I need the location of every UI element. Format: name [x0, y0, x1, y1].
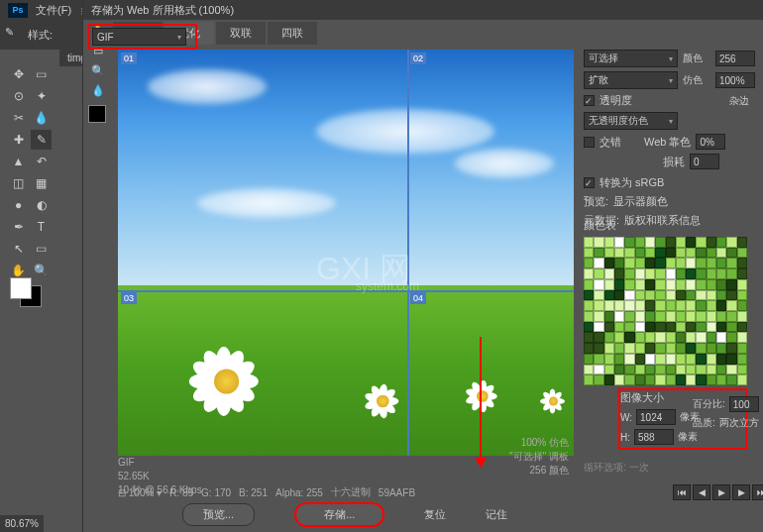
r-value: R: 89 — [169, 487, 193, 498]
interlaced-checkbox[interactable] — [584, 137, 595, 148]
quality-label: 品质: — [693, 416, 715, 430]
matte-label: 杂边 — [729, 94, 757, 108]
pen-tool[interactable]: ✒ — [8, 217, 29, 237]
preview-value[interactable]: 显示器颜色 — [613, 194, 668, 209]
eraser-tool[interactable]: ◫ — [8, 173, 29, 193]
srgb-checkbox[interactable] — [584, 177, 595, 188]
lossy-label: 损耗 — [663, 155, 685, 169]
percent-input[interactable] — [729, 396, 759, 412]
shape-tool[interactable]: ▭ — [31, 239, 52, 259]
color-table-grid[interactable] — [584, 237, 747, 385]
slice-01[interactable]: 01 — [121, 53, 137, 64]
nav-last[interactable]: ⏭ — [752, 484, 763, 500]
dither-pct-input[interactable] — [715, 72, 755, 88]
alpha-value: Alpha: 255 — [275, 487, 323, 498]
color-table-label: 颜色表 — [584, 218, 752, 233]
tab-twoup[interactable]: 双联 — [216, 22, 266, 45]
path-tool[interactable]: ↖ — [8, 239, 29, 259]
dialog-title: 存储为 Web 所用格式 (100%) — [83, 0, 763, 20]
stamp-tool[interactable]: ▲ — [8, 152, 29, 171]
move-tool[interactable]: ✥ — [8, 64, 29, 84]
interlaced-label: 交错 — [600, 135, 621, 150]
quality-dropdown[interactable]: 两次立方 — [719, 416, 759, 430]
blur-tool[interactable]: ● — [8, 195, 29, 215]
height-input[interactable] — [634, 429, 674, 445]
transparency-checkbox[interactable] — [584, 95, 595, 106]
hex-label: 十六进制 — [331, 485, 371, 499]
gradient-tool[interactable]: ▦ — [31, 173, 52, 193]
colors-label: 颜色 — [683, 52, 710, 65]
dropper-icon[interactable]: 💧 — [88, 81, 108, 99]
marquee-tool[interactable]: ▭ — [31, 64, 52, 84]
percent-label: 百分比: — [693, 397, 725, 411]
save-for-web-dialog: 存储为 Web 所用格式 (100%) ✋ ▭ 🔍 💧 原稿 优化 双联 四联 — [82, 0, 763, 532]
save-button[interactable]: 存储... — [294, 502, 384, 527]
text-tool[interactable]: T — [31, 217, 52, 237]
menu-file[interactable]: 文件(F) — [36, 3, 71, 18]
websnap-label: Web 靠色 — [644, 135, 691, 150]
crop-tool[interactable]: ✂ — [8, 108, 29, 128]
brush-icon: ✎ — [5, 26, 23, 44]
ps-logo: Ps — [8, 3, 28, 18]
image-preview[interactable]: 01 02 03 04 GXI 网 system.com — [118, 50, 574, 456]
dodge-tool[interactable]: ◐ — [31, 195, 52, 215]
preview-button[interactable]: 预览... — [182, 503, 255, 526]
heal-tool[interactable]: ✚ — [8, 130, 29, 150]
zoom-status: 80.67% — [0, 515, 44, 532]
zoom-dropdown[interactable]: ⊟ 100% ▾ — [118, 487, 162, 498]
wand-tool[interactable]: ✦ — [31, 86, 52, 106]
preview-label: 预览: — [584, 194, 608, 209]
loop-dropdown[interactable]: 一次 — [629, 462, 649, 473]
lasso-tool[interactable]: ⊙ — [8, 86, 29, 106]
preview-right-info: 100% 仿色 "可选择" 调板 256 颜色 — [475, 436, 569, 478]
b-value: B: 251 — [239, 487, 268, 498]
slice-04[interactable]: 04 — [410, 292, 426, 304]
dither-pct-label: 仿色 — [683, 73, 710, 87]
remember-button[interactable]: 记住 — [486, 507, 507, 522]
loop-label: 循环选项: — [584, 462, 626, 473]
color-swatch[interactable] — [10, 277, 45, 307]
brush-tool[interactable]: ✎ — [31, 130, 52, 150]
zoom-icon[interactable]: 🔍 — [88, 61, 108, 79]
lossy-input[interactable] — [690, 154, 719, 169]
trans-dither-dropdown[interactable]: 无透明度仿色▾ — [584, 112, 678, 130]
srgb-label: 转换为 sRGB — [600, 175, 664, 190]
annotation-arrow — [480, 337, 482, 466]
dither-dropdown[interactable]: 扩散▾ — [584, 71, 678, 89]
transparency-label: 透明度 — [600, 93, 632, 108]
eyedropper-tool[interactable]: 💧 — [31, 108, 52, 128]
fg-color[interactable] — [10, 277, 32, 299]
history-brush[interactable]: ↶ — [31, 152, 52, 171]
tools-panel: ✥▭ ⊙✦ ✂💧 ✚✎ ▲↶ ◫▦ ●◐ ✒T ↖▭ ✋🔍 — [5, 59, 54, 287]
watermark-sub: system.com — [356, 279, 419, 293]
reduction-dropdown[interactable]: 可选择▾ — [584, 50, 678, 67]
preview-color — [88, 105, 106, 123]
g-value: G: 170 — [201, 487, 231, 498]
slice-03[interactable]: 03 — [121, 292, 137, 304]
reset-button[interactable]: 复位 — [424, 507, 446, 522]
format-dropdown[interactable]: GIF▾ — [92, 28, 186, 46]
tab-fourup[interactable]: 四联 — [268, 22, 317, 45]
style-label: 样式: — [28, 28, 53, 43]
colors-input[interactable] — [715, 51, 755, 66]
websnap-input[interactable] — [696, 134, 725, 150]
hex-value: 59AAFB — [379, 487, 415, 498]
slice-02[interactable]: 02 — [410, 53, 426, 64]
width-input[interactable] — [636, 409, 676, 425]
